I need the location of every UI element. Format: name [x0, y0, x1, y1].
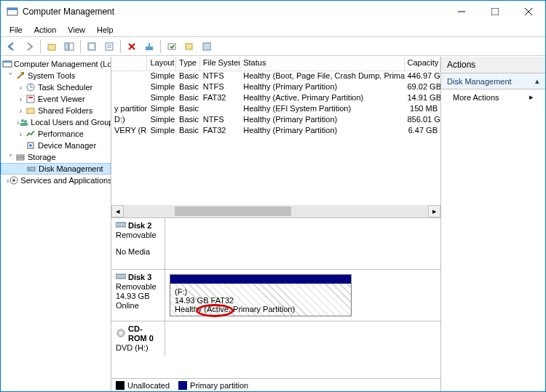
close-button[interactable] [512, 1, 545, 23]
col-layout[interactable]: Layout [147, 57, 176, 71]
disk-row-disk3[interactable]: Disk 3 Removable 14.93 GB Online (F:) 14… [111, 270, 440, 321]
svg-rect-17 [149, 43, 150, 47]
actions-item-label: More Actions [453, 93, 499, 102]
tree-event-viewer[interactable]: ›Event Viewer [1, 93, 111, 105]
disk-row-cdrom[interactable]: CD-ROM 0 DVD (H:) [111, 321, 440, 356]
svg-point-39 [12, 179, 15, 182]
disk-type: Removable [116, 282, 160, 292]
volume-row[interactable]: SimpleBasicNTFSHealthy (Primary Partitio… [111, 82, 440, 93]
volume-header[interactable]: Layout Type File System Status Capacity [111, 57, 440, 71]
minimize-button[interactable] [445, 1, 478, 23]
cell-type: Basic [176, 104, 200, 115]
disk-row-disk2[interactable]: Disk 2 Removable No Media [111, 218, 440, 270]
horizontal-scrollbar[interactable]: ◂ ▸ [111, 205, 440, 217]
menu-view[interactable]: View [62, 24, 91, 36]
volume-row[interactable]: SimpleBasicFAT32Healthy (Active, Primary… [111, 93, 440, 104]
tree-disk-management[interactable]: Disk Management [1, 163, 111, 175]
cell-fs: NTFS [200, 82, 240, 93]
cell-cap: 6.47 GB [405, 126, 440, 137]
scroll-right-button[interactable]: ▸ [428, 205, 440, 217]
disk-info: Disk 2 Removable No Media [111, 218, 165, 269]
center-pane: Layout Type File System Status Capacity … [111, 57, 440, 391]
expand-icon[interactable]: › [17, 130, 25, 138]
tree-system-tools[interactable]: ˅ System Tools [1, 70, 111, 81]
collapse-icon[interactable]: ˅ [7, 153, 15, 161]
tree-device-manager[interactable]: Device Manager [1, 140, 111, 151]
cell-vol [111, 82, 147, 93]
legend-primary-label: Primary partition [190, 381, 248, 390]
collapse-icon[interactable]: ˅ [7, 72, 15, 80]
cell-status: Healthy (Primary Partition) [240, 82, 404, 93]
nav-tree[interactable]: Computer Management (Local ˅ System Tool… [1, 57, 111, 391]
event-icon [25, 93, 36, 105]
disk-name: Disk 3 [128, 273, 151, 282]
delete-button[interactable] [124, 39, 140, 55]
properties-button[interactable] [101, 39, 117, 55]
tree-services[interactable]: ›Services and Applications [1, 175, 111, 186]
cell-fs [200, 104, 240, 115]
expand-icon[interactable]: › [17, 95, 25, 103]
cdrom-icon [116, 328, 126, 340]
settings-button[interactable] [141, 39, 157, 55]
volume-row[interactable]: y partition 1)SimpleBasicHealthy (EFI Sy… [111, 104, 440, 115]
volume-row[interactable]: VERY (R:)SimpleBasicFAT32Healthy (Primar… [111, 126, 440, 137]
tree-task-scheduler[interactable]: ›Task Scheduler [1, 81, 111, 93]
maximize-button[interactable] [478, 1, 512, 23]
forward-button[interactable] [21, 39, 37, 55]
menu-help[interactable]: Help [91, 24, 119, 36]
tree-performance[interactable]: ›Performance [1, 128, 111, 140]
expand-icon[interactable]: › [17, 107, 25, 115]
scroll-thumb[interactable] [175, 207, 291, 216]
actions-section[interactable]: Disk Management ▴ [441, 73, 545, 89]
disk-type: DVD (H:) [116, 343, 160, 353]
tree-root[interactable]: Computer Management (Local [1, 58, 111, 70]
back-button[interactable] [4, 39, 20, 55]
disk-graphical-view[interactable]: Disk 2 Removable No Media Disk 3 Removab… [111, 218, 440, 378]
col-type[interactable]: Type [176, 57, 200, 71]
svg-rect-6 [48, 44, 55, 50]
tree-local-users[interactable]: ›Local Users and Groups [1, 116, 111, 128]
svg-point-30 [24, 120, 27, 123]
disk-name: Disk 2 [128, 221, 151, 231]
col-capacity[interactable]: Capacity [405, 57, 440, 71]
action3-button[interactable] [199, 39, 215, 55]
menu-action[interactable]: Action [28, 24, 63, 36]
services-icon [9, 175, 19, 186]
titlebar: Computer Management [1, 1, 545, 23]
cell-layout: Simple [147, 82, 176, 93]
col-volume[interactable] [111, 57, 147, 71]
svg-rect-16 [146, 47, 153, 50]
partition-f[interactable]: (F:) 14.93 GB FAT32 Healthy (Active, Pri… [170, 274, 352, 316]
tree-label: Local Users and Groups [31, 118, 111, 127]
collapse-icon[interactable]: ▴ [535, 76, 539, 86]
scroll-track[interactable] [124, 205, 428, 217]
scroll-left-button[interactable]: ◂ [111, 205, 124, 217]
action2-button[interactable] [181, 39, 197, 55]
action1-button[interactable] [164, 39, 180, 55]
disk-info: CD-ROM 0 DVD (H:) [111, 321, 165, 356]
expand-icon[interactable]: › [17, 84, 25, 92]
legend-unallocated-swatch [116, 381, 124, 390]
svg-rect-27 [28, 97, 33, 98]
tree-shared-folders[interactable]: ›Shared Folders [1, 105, 111, 116]
col-filesystem[interactable]: File System [200, 57, 240, 71]
col-status[interactable]: Status [240, 57, 404, 71]
toolbar-divider [40, 40, 41, 53]
volume-row[interactable]: D:)SimpleBasicNTFSHealthy (Primary Parti… [111, 115, 440, 126]
svg-rect-41 [116, 274, 126, 279]
cell-status: Healthy (EFI System Partition) [240, 104, 404, 115]
tree-label: Device Manager [38, 141, 96, 150]
menu-file[interactable]: File [4, 24, 28, 36]
up-button[interactable] [44, 39, 60, 55]
refresh-button[interactable] [84, 39, 100, 55]
app-icon [7, 6, 18, 17]
svg-rect-34 [17, 155, 24, 157]
svg-rect-20 [203, 43, 210, 50]
volume-row[interactable]: SimpleBasicNTFSHealthy (Boot, Page File,… [111, 71, 440, 82]
tree-storage[interactable]: ˅Storage [1, 151, 111, 163]
actions-more[interactable]: More Actions ▸ [441, 89, 545, 105]
cell-status: Healthy (Active, Primary Partition) [240, 93, 404, 104]
show-hide-button[interactable] [61, 39, 77, 55]
volume-list[interactable]: Layout Type File System Status Capacity … [111, 57, 440, 218]
svg-rect-40 [116, 223, 126, 227]
